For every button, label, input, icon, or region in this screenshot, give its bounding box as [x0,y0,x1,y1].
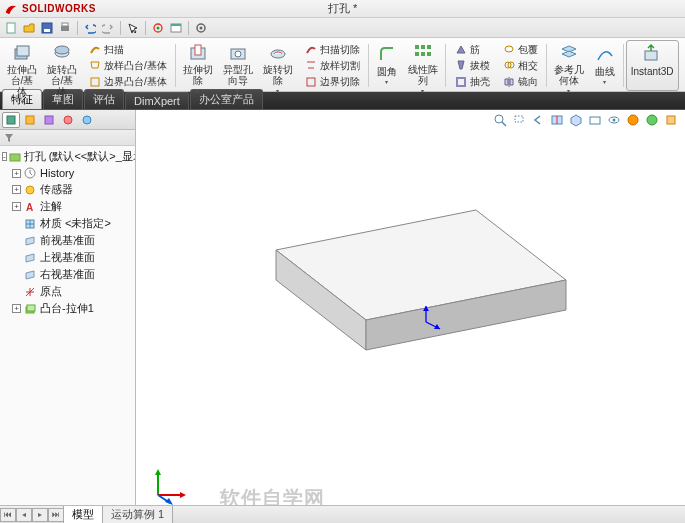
new-button[interactable] [3,20,19,36]
boundary-cut-button[interactable]: 边界切除 [300,74,364,90]
tab-prev[interactable]: ◂ [16,508,32,522]
svg-rect-33 [26,116,34,124]
model-view[interactable] [136,110,685,523]
tree-node-top-plane[interactable]: 上视基准面 [0,249,135,266]
feature-tree[interactable]: - 打孔 (默认<<默认>_显示状态 + History + 传感器 + A 注… [0,146,135,523]
cut-side-group: 扫描切除 放样切割 边界切除 [298,40,366,91]
tree-node-origin[interactable]: 原点 [0,283,135,300]
loft-cut-button[interactable]: 放样切割 [300,57,364,73]
expand-icon[interactable]: - [2,152,7,161]
tab-motion-study[interactable]: 运动算例 1 [102,506,173,524]
shell-button[interactable]: 抽壳 [450,74,494,90]
extrude-cut-button[interactable]: 拉伸切 除▾ [178,40,218,91]
expand-icon[interactable]: + [12,185,21,194]
svg-point-19 [235,51,241,57]
rebuild-button[interactable] [150,20,166,36]
revolve-cut-button[interactable]: 旋转切 除▾ [258,40,298,91]
curves-icon [594,43,616,65]
ref-geometry-button[interactable]: 参考几 何体▾ [549,40,589,91]
tab-evaluate[interactable]: 评估 [84,89,124,109]
tab-next[interactable]: ▸ [32,508,48,522]
svg-rect-32 [7,116,15,124]
tree-label: History [40,167,74,179]
property-manager-tab[interactable] [21,112,39,128]
feature-tree-tab[interactable] [2,112,20,128]
extrude-icon [23,302,37,316]
redo-button[interactable] [100,20,116,36]
hole-wizard-button[interactable]: 异型孔 向导▾ [218,40,258,91]
tree-node-right-plane[interactable]: 右视基准面 [0,266,135,283]
loft-button[interactable]: 放样凸台/基体 [84,57,171,73]
settings-button[interactable] [193,20,209,36]
svg-rect-12 [17,46,29,56]
svg-marker-65 [155,469,161,475]
options-button[interactable] [168,20,184,36]
ref-geometry-icon [558,43,580,63]
tree-node-sensors[interactable]: + 传感器 [0,181,135,198]
svg-rect-28 [457,78,465,86]
svg-rect-23 [421,45,425,49]
feature-col-2: 包覆 相交 镜向 [496,40,544,91]
tab-office[interactable]: 办公室产品 [190,89,263,109]
tree-label: 材质 <未指定> [40,216,111,231]
fillet-button[interactable]: 圆角▾ [371,40,403,91]
mirror-button[interactable]: 镜向 [498,74,542,90]
svg-point-10 [200,26,203,29]
draft-icon [454,58,468,72]
svg-rect-0 [7,23,15,33]
intersect-button[interactable]: 相交 [498,57,542,73]
boundary-button[interactable]: 边界凸台/基体 [84,74,171,90]
dimxpert-manager-tab[interactable] [59,112,77,128]
curves-button[interactable]: 曲线▾ [589,40,621,91]
tree-root[interactable]: - 打孔 (默认<<默认>_显示状态 [0,148,135,165]
hole-wizard-icon [227,43,249,63]
feature-manager-panel: - 打孔 (默认<<默认>_显示状态 + History + 传感器 + A 注… [0,110,136,523]
title-bar: SOLIDWORKS 打孔 * [0,0,685,18]
instant3d-button[interactable]: Instant3D [626,40,679,91]
extrude-boss-button[interactable]: 拉伸凸 台/基 体▾ [2,40,42,91]
sweep-cut-button[interactable]: 扫描切除 [300,41,364,57]
select-button[interactable] [125,20,141,36]
tree-node-extrude1[interactable]: + 凸台-拉伸1 [0,300,135,317]
svg-rect-37 [10,154,20,161]
tree-node-history[interactable]: + History [0,165,135,181]
print-button[interactable] [57,20,73,36]
svg-point-14 [55,46,69,54]
tree-node-material[interactable]: 材质 <未指定> [0,215,135,232]
tab-model[interactable]: 模型 [63,506,103,524]
draft-button[interactable]: 拔模 [450,57,494,73]
linear-pattern-button[interactable]: 线性阵 列▾ [403,40,443,91]
wrap-button[interactable]: 包覆 [498,41,542,57]
app-name: SOLIDWORKS [22,3,96,14]
loft-icon [88,58,102,72]
config-manager-tab[interactable] [40,112,58,128]
tree-filter-bar[interactable] [0,130,135,146]
expand-icon[interactable]: + [12,169,21,178]
sweep-button[interactable]: 扫描 [84,41,171,57]
plane-icon [23,234,37,248]
tab-last[interactable]: ⏭ [48,508,64,522]
undo-button[interactable] [82,20,98,36]
expand-icon[interactable]: + [12,304,21,313]
tree-node-annotations[interactable]: + A 注解 [0,198,135,215]
tree-node-front-plane[interactable]: 前视基准面 [0,232,135,249]
revolve-boss-button[interactable]: 旋转凸 台/基 体▾ [42,40,82,91]
boundary-icon [88,75,102,89]
annotation-icon: A [23,200,37,214]
rib-button[interactable]: 筋 [450,41,494,57]
display-manager-tab[interactable] [78,112,96,128]
history-icon [23,166,37,180]
filter-icon [4,133,14,143]
tab-first[interactable]: ⏮ [0,508,16,522]
fillet-icon [376,43,398,65]
view-triad-icon [148,465,188,505]
workspace: - 打孔 (默认<<默认>_显示状态 + History + 传感器 + A 注… [0,110,685,523]
save-button[interactable] [39,20,55,36]
tab-dimxpert[interactable]: DimXpert [125,92,189,109]
graphics-viewport[interactable]: 软件自学网 WWW.RJZXW.COM [136,110,685,523]
open-button[interactable] [21,20,37,36]
svg-rect-27 [427,52,431,56]
expand-icon[interactable]: + [12,202,21,211]
app-logo-icon [4,2,18,16]
tree-label: 凸台-拉伸1 [40,301,94,316]
